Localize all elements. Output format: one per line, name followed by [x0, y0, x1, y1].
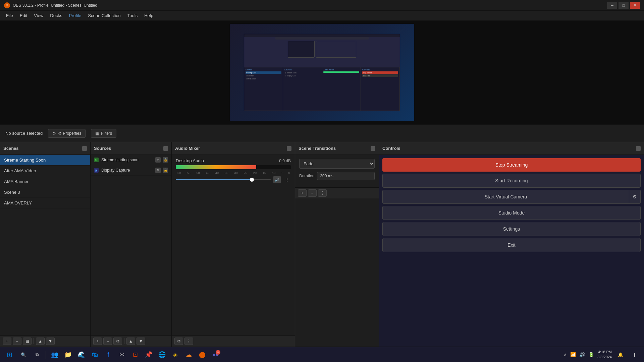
scene-item-scene-3[interactable]: Scene 3 — [0, 187, 90, 198]
menu-tools[interactable]: Tools — [124, 12, 141, 19]
source-lock2-icon[interactable]: 🔒 — [163, 168, 168, 173]
notifications-button[interactable]: 🔔 — [614, 349, 627, 361]
source-visibility-icon[interactable]: 👁 — [155, 168, 161, 173]
duration-input[interactable] — [317, 172, 375, 180]
taskbar-store-button[interactable]: 🛍 — [89, 349, 101, 361]
scenes-filter-button[interactable]: ▦ — [23, 338, 32, 345]
taskbar-chrome-button[interactable]: 🌐 — [156, 349, 168, 361]
source-item-display-capture[interactable]: ▣ Display Capture 👁 🔒 — [91, 165, 171, 176]
show-desktop-button[interactable]: ▌ — [629, 349, 641, 361]
network-icon[interactable]: 📶 — [570, 351, 577, 358]
scene-item-ama-overly[interactable]: AMA OVERLY — [0, 198, 90, 208]
close-button[interactable]: ✕ — [630, 2, 640, 9]
clock[interactable]: 4:18 PM 8/8/2024 — [597, 350, 612, 360]
controls-pop-out-icon[interactable] — [636, 146, 641, 151]
transition-type-select[interactable]: Fade — [299, 159, 375, 169]
taskbar-obs-pin-button[interactable]: ⬤ — [196, 349, 208, 361]
filters-icon: ▦ — [95, 131, 99, 136]
taskbar-cloudflare-button[interactable]: ☁ — [183, 349, 195, 361]
audio-settings-button[interactable]: ⚙ — [174, 338, 183, 345]
stop-streaming-button[interactable]: Stop Streaming — [382, 158, 641, 172]
sources-list: ▷ Streme starting soon ✏ 🔒 ▣ Display Cap… — [91, 155, 171, 336]
menu-profile[interactable]: Profile — [65, 12, 85, 19]
sources-add-button[interactable]: + — [93, 338, 102, 345]
sources-move-down-button[interactable]: ▼ — [137, 338, 145, 345]
transitions-menu-button[interactable]: ⋮ — [318, 189, 327, 197]
scenes-move-up-button[interactable]: ▲ — [36, 338, 45, 345]
taskbar-search-button[interactable]: 🔍 — [17, 349, 30, 361]
taskbar-binance-button[interactable]: ◈ — [169, 349, 181, 361]
taskbar-task-view-button[interactable]: ⧉ — [31, 349, 43, 361]
menu-file[interactable]: File — [3, 12, 16, 19]
sources-remove-button[interactable]: − — [103, 338, 112, 345]
audio-level-meter — [176, 165, 291, 169]
scenes-add-button[interactable]: + — [3, 338, 11, 345]
scenes-list: Streme Starting Soon After AMA VIdeo AMA… — [0, 155, 90, 336]
panels: Scenes Streme Starting Soon After AMA VI… — [0, 142, 644, 347]
studio-mode-button[interactable]: Studio Mode — [382, 206, 641, 220]
source-item-streme-starting-soon[interactable]: ▷ Streme starting soon ✏ 🔒 — [91, 155, 171, 165]
taskbar-teams-button[interactable]: 👥 — [49, 349, 61, 361]
transitions-remove-button[interactable]: − — [308, 189, 317, 197]
transitions-add-button[interactable]: + — [298, 189, 307, 197]
sources-panel-pop-out-icon[interactable] — [163, 146, 168, 151]
source-lock-icon[interactable]: 🔒 — [163, 157, 168, 163]
volume-icon[interactable]: 🔊 — [579, 351, 586, 358]
scene-item-streme-starting-soon[interactable]: Streme Starting Soon — [0, 155, 90, 166]
properties-button[interactable]: ⚙ ⚙ Properties — [48, 129, 86, 138]
taskbar-mail-button[interactable]: ✉ — [116, 349, 128, 361]
exit-button[interactable]: Exit — [382, 238, 641, 252]
scenes-toolbar: + − ▦ ▲ ▼ — [0, 336, 90, 347]
taskbar-edge-button[interactable]: 🌊 — [75, 349, 88, 361]
obs-pin-icon: ⬤ — [199, 351, 206, 358]
preview-content: Scenes Starting Soon After AMA AMA Banne… — [230, 24, 414, 121]
minimize-button[interactable]: ─ — [607, 2, 617, 9]
menu-docks[interactable]: Docks — [47, 12, 65, 19]
scenes-remove-button[interactable]: − — [13, 338, 21, 345]
filters-button[interactable]: ▦ Filters — [91, 129, 116, 138]
no-source-bar: No source selected ⚙ ⚙ Properties ▦ Filt… — [0, 125, 644, 142]
virtual-camera-row: Start Virtual Camera ⚙ — [382, 190, 641, 204]
transitions-pop-out-icon[interactable] — [371, 146, 375, 151]
notification-bell-icon: 🔔 — [618, 352, 623, 357]
sources-move-up-button[interactable]: ▲ — [126, 338, 135, 345]
windows-logo-icon: ⊞ — [7, 351, 12, 359]
taskbar-facebook-button[interactable]: f — [102, 349, 114, 361]
start-recording-button[interactable]: Start Recording — [382, 174, 641, 188]
maximize-button[interactable]: □ — [619, 2, 629, 9]
tray-chevron-icon[interactable]: ∧ — [563, 351, 568, 358]
taskbar-file-button[interactable]: 📁 — [62, 349, 74, 361]
audio-slider-thumb[interactable] — [250, 178, 254, 182]
scene-item-after-ama-video[interactable]: After AMA VIdeo — [0, 166, 90, 176]
taskbar-sep-1 — [46, 351, 46, 359]
audio-volume-slider[interactable] — [176, 179, 271, 180]
scenes-toolbar-separator — [34, 338, 34, 344]
audio-mixer-pop-out-icon[interactable] — [287, 146, 291, 151]
scene-item-ama-banner[interactable]: AMA Banner — [0, 176, 90, 187]
sources-settings-button[interactable]: ⚙ — [113, 338, 122, 345]
virtual-camera-settings-button[interactable]: ⚙ — [629, 190, 641, 204]
audio-mixer-toolbar: ⚙ ⋮ — [172, 336, 295, 347]
source-edit-icon[interactable]: ✏ — [155, 157, 161, 163]
audio-menu-button[interactable]: ⋮ — [283, 176, 291, 183]
audio-mute-button[interactable]: 🔊 — [273, 176, 281, 183]
audio-meter-fill — [176, 165, 256, 169]
taskbar-ms365-button[interactable]: ⊡ — [129, 349, 141, 361]
menu-view[interactable]: View — [31, 12, 47, 19]
notification-badge: 56 — [216, 350, 220, 355]
taskbar-more-button[interactable]: ●● 56 — [210, 349, 222, 361]
menu-edit[interactable]: Edit — [16, 12, 31, 19]
scenes-title: Scenes — [3, 146, 19, 151]
start-button[interactable]: ⊞ — [3, 349, 16, 361]
scenes-panel-pop-out-icon[interactable] — [82, 146, 87, 151]
menu-help[interactable]: Help — [141, 12, 157, 19]
battery-icon[interactable]: 🔋 — [588, 351, 595, 358]
store-icon: 🛍 — [92, 351, 98, 358]
start-virtual-camera-button[interactable]: Start Virtual Camera — [382, 190, 629, 204]
taskbar-stickynoyes-button[interactable]: 📌 — [143, 349, 155, 361]
scenes-move-down-button[interactable]: ▼ — [46, 338, 55, 345]
settings-button[interactable]: Settings — [382, 222, 641, 236]
audio-menu-extra-button[interactable]: ⋮ — [184, 338, 193, 345]
preview-area: Scenes Starting Soon After AMA AMA Banne… — [0, 21, 644, 125]
menu-scene-collection[interactable]: Scene Collection — [85, 12, 124, 19]
